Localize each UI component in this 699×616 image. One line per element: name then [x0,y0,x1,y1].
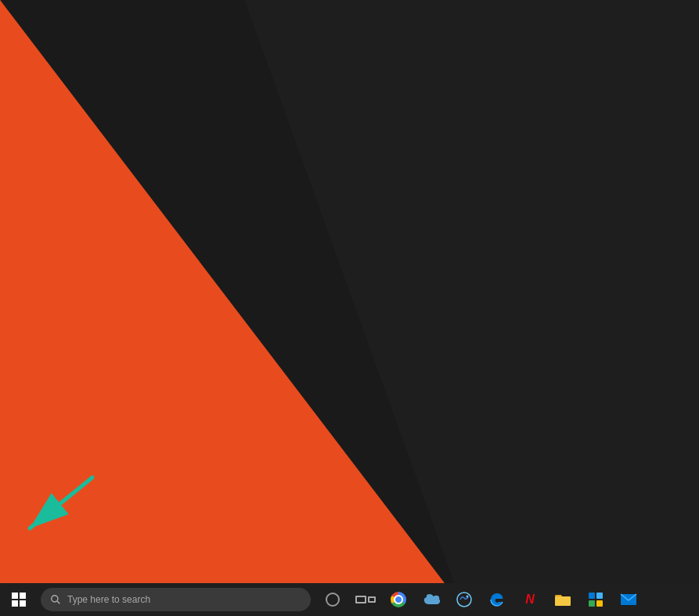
svg-rect-6 [555,596,571,606]
onedrive-icon [423,593,440,606]
search-placeholder-text: Type here to search [67,594,150,605]
photos-button[interactable] [449,583,480,616]
search-icon [50,594,61,605]
svg-rect-10 [596,600,603,607]
taskbar: Type here to search [0,583,699,616]
netflix-icon: N [525,593,535,607]
svg-point-5 [467,596,469,598]
file-explorer-button[interactable] [547,583,578,616]
chrome-icon [391,592,406,607]
store-button[interactable] [580,583,611,616]
mail-icon [620,593,637,606]
file-explorer-icon [554,593,571,607]
svg-point-2 [52,596,58,602]
desktop [0,0,699,583]
netflix-button[interactable]: N [514,583,546,616]
onedrive-button[interactable] [416,583,447,616]
photos-icon [456,592,472,607]
search-bar[interactable]: Type here to search [41,588,311,611]
edge-button[interactable] [481,583,513,616]
windows-logo-icon [12,593,26,607]
cortana-button[interactable] [317,583,348,616]
start-button[interactable] [0,583,38,616]
edge-icon [489,592,505,607]
svg-line-1 [30,477,92,528]
task-view-icon [355,596,376,603]
svg-line-3 [57,601,59,603]
mail-button[interactable] [613,583,644,616]
svg-rect-9 [589,600,595,607]
chrome-button[interactable] [383,583,414,616]
svg-rect-7 [589,593,595,599]
svg-point-4 [457,593,471,607]
svg-rect-8 [596,593,603,599]
taskbar-icons-group: N [317,583,644,616]
task-view-button[interactable] [350,583,381,616]
store-icon [588,592,604,607]
cortana-icon [326,593,340,607]
annotation-arrow [14,474,100,540]
